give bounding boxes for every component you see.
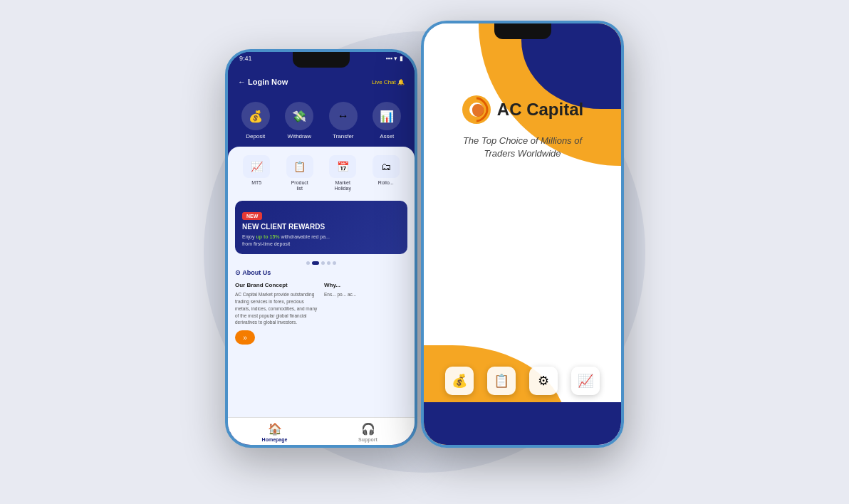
about-cols: Our Brand Concept AC Capital Market prov… xyxy=(235,282,407,345)
status-bar: 9:41 ▪▪▪ ▾ ▮ xyxy=(239,55,403,62)
bottom-icons-row: 💰 📋 ⚙ 📈 xyxy=(424,367,621,395)
mt5-label: MT5 xyxy=(251,180,261,186)
market-holiday-label: MarketHoliday xyxy=(335,180,351,192)
logo-row: AC Capital xyxy=(462,95,583,125)
nav-homepage[interactable]: 🏠 Homepage xyxy=(228,422,321,442)
rollover-label: Rollo... xyxy=(378,180,394,186)
phone-right-screen: AC Capital The Top Choice of Millions of… xyxy=(424,23,621,445)
action-transfer[interactable]: ↔ Transfer xyxy=(329,102,358,140)
dot-4 xyxy=(327,261,330,265)
actions-row: 💰 Deposit 💸 Withdraw ↔ Transfer 📊 Asset xyxy=(228,95,415,147)
col1-title: Our Brand Concept xyxy=(235,282,318,288)
highlight-text: up to 15% xyxy=(256,234,279,239)
mt5-icon: 📈 xyxy=(243,155,270,178)
support-label: Support xyxy=(358,437,377,442)
action-withdraw[interactable]: 💸 Withdraw xyxy=(285,102,313,140)
about-col-2: Why... Ens... po... ac... xyxy=(324,282,407,345)
dot-1 xyxy=(306,261,310,265)
deposit-icon: 💰 xyxy=(241,102,270,130)
home-icon: 🏠 xyxy=(268,422,282,436)
asset-label: Asset xyxy=(380,133,394,140)
app-icon-2: 📋 xyxy=(487,367,516,395)
col2-title: Why... xyxy=(324,282,407,288)
dot-5 xyxy=(333,261,336,265)
main-content: 📈 MT5 📋 Productlist 📅 MarketHoliday 🗂 Ro… xyxy=(228,147,415,431)
live-chat-label: Live Chat 🔔 xyxy=(372,79,405,85)
promo-banner: NEW NEW CLIENT REWARDS Enjoy up to 15% w… xyxy=(235,201,407,255)
carousel-dots xyxy=(235,261,407,265)
product-list-label: Productlist xyxy=(291,180,308,192)
phone-right-notch xyxy=(494,23,551,39)
dot-3 xyxy=(321,261,325,265)
about-col-1: Our Brand Concept AC Capital Market prov… xyxy=(235,282,318,345)
bottom-nav: 🏠 Homepage 🎧 Support xyxy=(228,417,415,445)
login-row: ← Login Now Live Chat 🔔 xyxy=(238,78,405,86)
app-icon-3: ⚙ xyxy=(529,367,558,395)
login-back[interactable]: ← Login Now xyxy=(238,78,288,86)
nav-support[interactable]: 🎧 Support xyxy=(321,422,415,442)
support-icon: 🎧 xyxy=(361,422,375,436)
about-section: ⊙ About Us Our Brand Concept AC Capital … xyxy=(235,269,407,345)
phone-left: 9:41 ▪▪▪ ▾ ▮ ← Login Now Live Chat 🔔 💰 D… xyxy=(225,49,417,448)
new-badge: NEW xyxy=(242,212,262,220)
asset-icon: 📊 xyxy=(373,102,401,130)
deposit-label: Deposit xyxy=(246,133,265,140)
logo-text: AC Capital xyxy=(497,100,583,120)
col2-text: Ens... po... ac... xyxy=(324,291,407,298)
menu-mt5[interactable]: 📈 MT5 xyxy=(243,155,270,192)
menu-product-list[interactable]: 📋 Productlist xyxy=(286,155,313,192)
rollover-icon: 🗂 xyxy=(373,155,400,178)
menu-market-holiday[interactable]: 📅 MarketHoliday xyxy=(329,155,356,192)
phone-left-screen: 9:41 ▪▪▪ ▾ ▮ ← Login Now Live Chat 🔔 💰 D… xyxy=(228,52,415,445)
logo-area: AC Capital The Top Choice of Millions of… xyxy=(424,95,621,160)
app-icon-1: 💰 xyxy=(445,367,474,395)
phone-right: AC Capital The Top Choice of Millions of… xyxy=(421,21,624,448)
withdraw-label: Withdraw xyxy=(288,133,311,140)
read-more-btn[interactable]: » xyxy=(235,330,255,345)
bottom-section: 💰 📋 ⚙ 📈 xyxy=(424,331,621,445)
menu-rollover[interactable]: 🗂 Rollo... xyxy=(373,155,400,192)
transfer-label: Transfer xyxy=(333,133,354,140)
transfer-icon: ↔ xyxy=(329,102,358,130)
action-deposit[interactable]: 💰 Deposit xyxy=(241,102,270,140)
product-list-icon: 📋 xyxy=(286,155,313,178)
bottom-navy-shape xyxy=(424,402,621,445)
ac-capital-logo-icon xyxy=(462,95,491,125)
phones-container: 9:41 ▪▪▪ ▾ ▮ ← Login Now Live Chat 🔔 💰 D… xyxy=(225,21,624,483)
signal-icons: ▪▪▪ ▾ ▮ xyxy=(385,55,403,62)
col1-text: AC Capital Market provide outstanding tr… xyxy=(235,291,318,326)
arrow-icon: » xyxy=(243,334,247,342)
action-asset[interactable]: 📊 Asset xyxy=(373,102,401,140)
banner-text: Enjoy up to 15% withdrawable red pa...fr… xyxy=(242,233,400,248)
tagline: The Top Choice of Millions ofTraders Wor… xyxy=(463,135,582,160)
time-display: 9:41 xyxy=(239,55,252,62)
menu-icons-row: 📈 MT5 📋 Productlist 📅 MarketHoliday 🗂 Ro… xyxy=(235,155,407,192)
withdraw-icon: 💸 xyxy=(285,102,313,130)
dot-2 xyxy=(312,261,319,265)
about-header: ⊙ About Us xyxy=(235,269,407,276)
home-label: Homepage xyxy=(262,437,288,442)
banner-title: NEW CLIENT REWARDS xyxy=(242,223,400,231)
market-holiday-icon: 📅 xyxy=(329,155,356,178)
app-icon-4: 📈 xyxy=(571,367,600,395)
